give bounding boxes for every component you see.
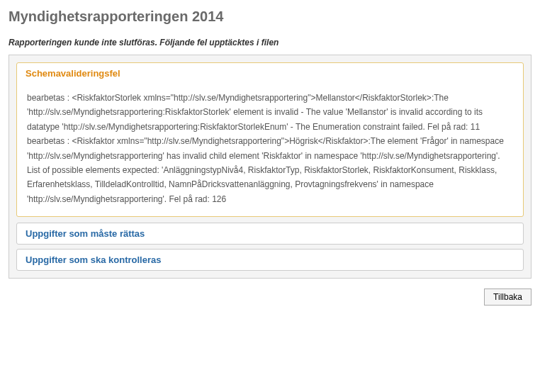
back-button[interactable]: Tillbaka	[484, 289, 531, 306]
page-title: Myndighetsrapporteringen 2014	[9, 9, 531, 25]
must-fix-header: Uppgifter som måste rättas	[17, 223, 523, 244]
error-intro-text: Rapporteringen kunde inte slutföras. Föl…	[9, 38, 531, 47]
should-check-header: Uppgifter som ska kontrolleras	[17, 250, 523, 270]
schema-validation-section: Schemavalideringsfel bearbetas : <Riskfa…	[16, 62, 524, 217]
must-fix-panel[interactable]: Uppgifter som måste rättas	[16, 223, 524, 245]
error-panel: Schemavalideringsfel bearbetas : <Riskfa…	[9, 55, 531, 279]
schema-validation-header[interactable]: Schemavalideringsfel	[17, 63, 523, 84]
should-check-panel[interactable]: Uppgifter som ska kontrolleras	[16, 249, 524, 271]
schema-validation-body: bearbetas : <RiskfaktorStorlek xmlns="ht…	[17, 84, 523, 216]
button-row: Tillbaka	[9, 289, 531, 306]
